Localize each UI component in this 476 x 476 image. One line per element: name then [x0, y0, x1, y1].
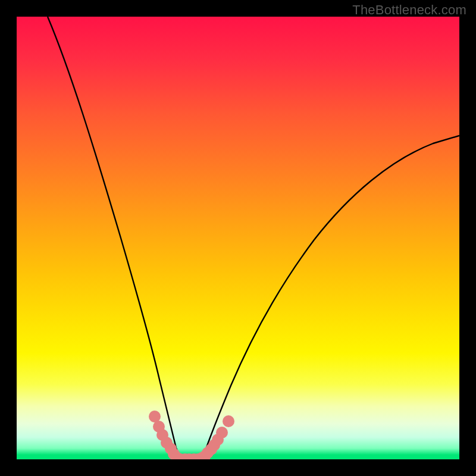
svg-point-18 [216, 427, 228, 439]
plot-area [17, 17, 459, 459]
watermark: TheBottleneck.com [352, 2, 466, 18]
left-curve [48, 17, 180, 459]
right-markers [196, 415, 234, 459]
svg-point-19 [223, 415, 234, 427]
left-markers [149, 411, 183, 459]
chart-frame: TheBottleneck.com [0, 0, 476, 476]
right-curve [202, 136, 459, 459]
curves-svg [17, 17, 459, 459]
